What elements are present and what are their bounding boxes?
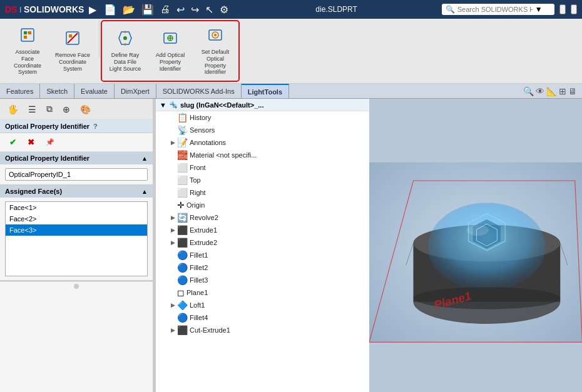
fillet2-icon: 🔵 <box>177 263 188 273</box>
property-header: Optical Property Identifier ? <box>0 120 153 133</box>
optical-id-section-header[interactable]: Optical Property Identifier ▲ <box>0 152 153 164</box>
property-panel: Optical Property Identifier ? ✔ ✖ 📌 Opti… <box>0 120 153 281</box>
tree-item-fillet1[interactable]: 🔵 Fillet1 <box>156 249 369 261</box>
pin-button[interactable]: 📌 <box>41 136 59 148</box>
cancel-button[interactable]: ✖ <box>23 136 39 149</box>
loft1-expand-icon[interactable]: ▶ <box>168 302 177 308</box>
associate-face-btn[interactable]: Associate Face Coordinate System <box>6 23 49 79</box>
assigned-faces-label: Assigned Face(s) <box>5 188 62 195</box>
tree-item-extrude1[interactable]: ▶ ⬛ Extrude1 <box>156 224 369 236</box>
tab-features[interactable]: Features <box>0 84 40 98</box>
tab-addins[interactable]: SOLIDWORKS Add-Ins <box>156 84 242 98</box>
expand-arrow[interactable]: ▶ <box>89 4 96 16</box>
color-btn[interactable]: 🎨 <box>76 102 94 117</box>
tree-item-origin[interactable]: ✛ Origin <box>156 199 369 211</box>
cut-extrude1-expand-icon[interactable]: ▶ <box>168 327 177 333</box>
tree-root-icon: 🔩 <box>169 101 178 109</box>
face-item-2[interactable]: Face<2> <box>6 213 147 224</box>
search-dropdown-icon[interactable]: ▼ <box>535 5 543 14</box>
tree-item-fillet3[interactable]: 🔵 Fillet3 <box>156 274 369 286</box>
tree-item-extrude2[interactable]: ▶ ⬛ Extrude2 <box>156 236 369 249</box>
remove-face-btn[interactable]: Remove Face Coordinate System <box>51 26 94 75</box>
fillet3-label: Fillet3 <box>190 276 208 284</box>
view-tab-icon[interactable]: 👁 <box>536 86 544 96</box>
ok-button[interactable]: ✔ <box>5 136 21 149</box>
tab-dimxpert[interactable]: DimXpert <box>115 84 156 98</box>
tree-item-fillet2[interactable]: 🔵 Fillet2 <box>156 261 369 274</box>
optical-id-section: Optical Property Identifier ▲ <box>0 152 153 185</box>
tree-item-fillet4[interactable]: 🔵 Fillet4 <box>156 311 369 324</box>
tab-sketch[interactable]: Sketch <box>40 84 74 98</box>
save-btn[interactable]: 💾 <box>139 3 156 17</box>
plane1-label: Plane1 <box>186 289 208 296</box>
tree-item-revolve2[interactable]: ▶ 🔄 Revolve2 <box>156 211 369 224</box>
new-btn[interactable]: 📄 <box>101 3 119 17</box>
undo-btn[interactable]: ↩ <box>174 3 187 17</box>
extrude1-expand-icon[interactable]: ▶ <box>168 227 177 233</box>
extrude2-expand-icon[interactable]: ▶ <box>168 239 177 246</box>
property-help-icon[interactable]: ? <box>93 123 98 130</box>
tree-expand-icon: ▼ <box>160 101 166 109</box>
display-tab-icon[interactable]: 🖥 <box>568 86 577 96</box>
print-btn[interactable]: 🖨 <box>158 3 173 16</box>
svg-rect-3 <box>24 36 27 39</box>
search-tab-icon[interactable]: 🔍 <box>523 86 534 96</box>
revolve2-expand-icon[interactable]: ▶ <box>168 214 177 221</box>
tree-item-history[interactable]: 📋 History <box>156 111 369 124</box>
assigned-faces-collapse-icon: ▲ <box>141 188 148 195</box>
select-btn[interactable]: ↖ <box>203 3 216 17</box>
add-optical-btn[interactable]: Add Optical Property Identifier <box>149 26 191 75</box>
set-default-btn[interactable]: Set Default Optical Property Identifier <box>194 23 237 79</box>
search-input[interactable] <box>457 6 533 13</box>
origin-expand-icon <box>168 202 177 208</box>
viewport[interactable]: Plane1 <box>369 99 583 392</box>
viewport-svg: Plane1 <box>369 99 583 392</box>
define-ray-icon <box>116 29 134 51</box>
define-ray-btn[interactable]: Define Ray Data File Light Source <box>104 26 146 75</box>
assigned-faces-header[interactable]: Assigned Face(s) ▲ <box>0 185 153 198</box>
optical-id-content <box>0 164 153 184</box>
tree-item-right[interactable]: ⬜ Right <box>156 186 369 199</box>
redo-btn[interactable]: ↪ <box>188 3 202 17</box>
tree-item-annotations[interactable]: ▶ 📝 Annotations <box>156 136 369 149</box>
help-button[interactable]: ? <box>559 4 566 14</box>
define-ray-label: Define Ray Data File Light Source <box>107 52 143 72</box>
assigned-faces-section: Assigned Face(s) ▲ Face<1> Face<2> Face<… <box>0 185 153 281</box>
grid-tab-icon[interactable]: ⊞ <box>559 86 566 96</box>
tree-item-loft1[interactable]: ▶ 🔷 Loft1 <box>156 299 369 311</box>
tree-root[interactable]: ▼ 🔩 slug (InGaN<<Default>_... <box>156 99 369 111</box>
property-actions: ✔ ✖ 📌 <box>0 133 153 152</box>
list-btn[interactable]: ☰ <box>24 102 40 117</box>
assigned-faces-list[interactable]: Face<1> Face<2> Face<3> <box>5 201 148 276</box>
annotations-expand-icon[interactable]: ▶ <box>168 139 177 146</box>
remove-face-icon <box>64 29 81 51</box>
layers-tab-icon[interactable]: 📐 <box>546 86 557 96</box>
hand-tool-btn[interactable]: 🖐 <box>4 102 22 117</box>
copy-btn[interactable]: ⧉ <box>43 101 56 117</box>
tree-item-front[interactable]: ⬜ Front <box>156 161 369 174</box>
crosshair-btn[interactable]: ⊕ <box>59 102 74 117</box>
top-label: Top <box>190 176 201 184</box>
tree-item-sensors[interactable]: 📡 Sensors <box>156 124 369 136</box>
svg-rect-2 <box>28 31 31 34</box>
tree-item-top[interactable]: ⬜ Top <box>156 174 369 186</box>
tree-item-material[interactable]: 🧱 Material <not specifi... <box>156 149 369 161</box>
optical-property-input[interactable] <box>5 168 148 181</box>
close-help[interactable]: ? <box>571 4 577 14</box>
tree-item-plane1[interactable]: ◻ Plane1 <box>156 286 369 299</box>
revolve2-label: Revolve2 <box>190 214 218 221</box>
open-btn[interactable]: 📂 <box>120 3 138 17</box>
property-title: Optical Property Identifier <box>5 123 89 130</box>
face-item-3[interactable]: Face<3> <box>6 224 147 236</box>
tab-evaluate[interactable]: Evaluate <box>74 84 115 98</box>
tree-panel: ▼ 🔩 slug (InGaN<<Default>_... 📋 History … <box>156 99 369 392</box>
face-item-1[interactable]: Face<1> <box>6 202 147 213</box>
search-bar[interactable]: 🔍 ▼ <box>442 4 554 15</box>
extrude1-label: Extrude1 <box>190 226 217 234</box>
solidworks-logo: DS | SOLIDWORKS <box>5 4 84 14</box>
settings-btn[interactable]: ⚙ <box>217 3 231 17</box>
sensors-label: Sensors <box>190 126 215 134</box>
tab-bar: Features Sketch Evaluate DimXpert SOLIDW… <box>0 84 582 99</box>
tree-item-cut-extrude1[interactable]: ▶ ⬛ Cut-Extrude1 <box>156 324 369 336</box>
tab-lighttools[interactable]: LightTools <box>242 84 289 98</box>
